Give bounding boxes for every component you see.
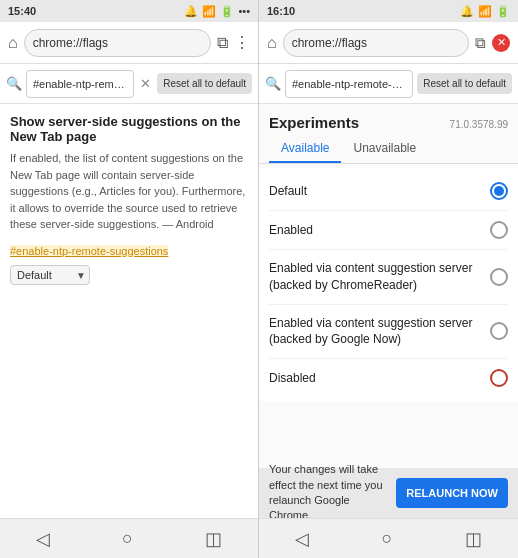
left-dropdown-wrapper[interactable]: Default Enabled Disabled ▼ [10, 265, 90, 285]
left-browser-toolbar: ⌂ chrome://flags ⧉ ⋮ [0, 22, 258, 64]
left-back-icon[interactable]: ◁ [36, 528, 50, 550]
option-row-enabled[interactable]: Enabled [269, 211, 508, 250]
tabs-row: Available Unavailable [259, 135, 518, 164]
left-dropdown-row: Default Enabled Disabled ▼ [10, 265, 248, 285]
relaunch-text: Your changes will take effect the next t… [269, 462, 388, 524]
right-search-input[interactable]: #enable-ntp-remote-suggestio [285, 70, 413, 98]
right-panel: 16:10 🔔 📶 🔋 ⌂ chrome://flags ⧉ ✕ 🔍 #enab… [259, 0, 518, 558]
tab-switcher-icon[interactable]: ⧉ [217, 34, 228, 52]
left-panel: 15:40 🔔 📶 🔋 ••• ⌂ chrome://flags ⧉ ⋮ 🔍 #… [0, 0, 259, 558]
left-section-title: Show server-side suggestions on the New … [10, 114, 248, 144]
radio-enabled[interactable] [490, 221, 508, 239]
right-tab-switcher-icon[interactable]: ⧉ [475, 34, 486, 52]
right-browser-toolbar: ⌂ chrome://flags ⧉ ✕ [259, 22, 518, 64]
right-search-icon: 🔍 [265, 76, 281, 91]
tab-unavailable[interactable]: Unavailable [341, 135, 428, 163]
left-status-icons: 🔔 📶 🔋 ••• [184, 5, 250, 18]
menu-icon[interactable]: ⋮ [234, 33, 250, 52]
option-label-chromereader: Enabled via content suggestion server (b… [269, 260, 490, 294]
left-search-clear[interactable]: ✕ [138, 74, 153, 93]
right-battery-icon: 🔋 [496, 5, 510, 18]
left-search-row: 🔍 #enable-ntp-remote-suggestio ✕ Reset a… [0, 64, 258, 104]
relaunch-bar: Your changes will take effect the next t… [259, 468, 518, 518]
right-search-row: 🔍 #enable-ntp-remote-suggestio Reset all… [259, 64, 518, 104]
left-url-bar[interactable]: chrome://flags [24, 29, 211, 57]
right-recent-icon[interactable]: ◫ [465, 528, 482, 550]
left-url-text: chrome://flags [33, 36, 108, 50]
left-status-bar: 15:40 🔔 📶 🔋 ••• [0, 0, 258, 22]
left-reset-btn[interactable]: Reset all to default [157, 73, 252, 94]
left-search-input[interactable]: #enable-ntp-remote-suggestio [26, 70, 134, 98]
radio-disabled[interactable] [490, 369, 508, 387]
right-content: Experiments 71.0.3578.99 Available Unava… [259, 104, 518, 468]
right-home-nav-icon[interactable]: ○ [382, 528, 393, 549]
radio-chromereader[interactable] [490, 268, 508, 286]
right-search-text: #enable-ntp-remote-suggestio [292, 78, 406, 90]
right-url-text: chrome://flags [292, 36, 367, 50]
right-wifi-icon: 📶 [478, 5, 492, 18]
right-time: 16:10 [267, 5, 295, 17]
left-description: If enabled, the list of content suggesti… [10, 150, 248, 233]
experiments-header: Experiments 71.0.3578.99 [259, 104, 518, 135]
search-icon: 🔍 [6, 76, 22, 91]
radio-googlenow[interactable] [490, 322, 508, 340]
right-status-bar: 16:10 🔔 📶 🔋 [259, 0, 518, 22]
left-flag-link[interactable]: #enable-ntp-remote-suggestions [10, 245, 168, 257]
option-label-enabled: Enabled [269, 222, 490, 239]
home-icon[interactable]: ⌂ [8, 34, 18, 52]
left-time: 15:40 [8, 5, 36, 17]
left-bottom-nav: ◁ ○ ◫ [0, 518, 258, 558]
close-tab-icon[interactable]: ✕ [492, 34, 510, 52]
option-row-googlenow[interactable]: Enabled via content suggestion server (b… [269, 305, 508, 360]
tab-available[interactable]: Available [269, 135, 341, 163]
option-label-googlenow: Enabled via content suggestion server (b… [269, 315, 490, 349]
right-bottom-nav: ◁ ○ ◫ [259, 518, 518, 558]
notification-icon: 🔔 [184, 5, 198, 18]
battery-icon: 🔋 [220, 5, 234, 18]
left-search-text: #enable-ntp-remote-suggestio [33, 78, 127, 90]
right-url-bar[interactable]: chrome://flags [283, 29, 469, 57]
relaunch-btn[interactable]: RELAUNCH NOW [396, 478, 508, 508]
experiments-version: 71.0.3578.99 [450, 119, 508, 130]
option-label-disabled: Disabled [269, 370, 490, 387]
wifi-icon: 📶 [202, 5, 216, 18]
options-list: Default Enabled Enabled via content sugg… [259, 168, 518, 401]
more-icon: ••• [238, 5, 250, 17]
right-notification-icon: 🔔 [460, 5, 474, 18]
option-row-chromereader[interactable]: Enabled via content suggestion server (b… [269, 250, 508, 305]
option-row-disabled[interactable]: Disabled [269, 359, 508, 397]
left-dropdown-select[interactable]: Default Enabled Disabled [10, 265, 90, 285]
experiments-title: Experiments [269, 114, 359, 131]
right-reset-btn[interactable]: Reset all to default [417, 73, 512, 94]
radio-default[interactable] [490, 182, 508, 200]
left-home-nav-icon[interactable]: ○ [122, 528, 133, 549]
right-home-icon[interactable]: ⌂ [267, 34, 277, 52]
left-recent-icon[interactable]: ◫ [205, 528, 222, 550]
option-row-default[interactable]: Default [269, 172, 508, 211]
option-label-default: Default [269, 183, 490, 200]
left-content-area: Show server-side suggestions on the New … [0, 104, 258, 518]
right-status-icons: 🔔 📶 🔋 [460, 5, 510, 18]
right-back-icon[interactable]: ◁ [295, 528, 309, 550]
